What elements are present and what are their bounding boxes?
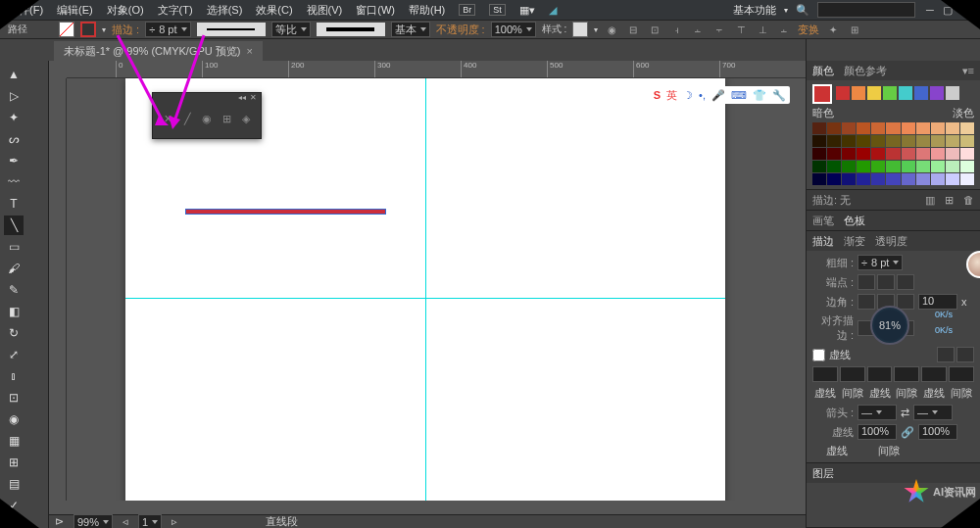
paintbrush-tool[interactable]: 🖌	[4, 259, 24, 278]
arrow-scale2[interactable]: 100%	[918, 424, 957, 440]
progress-dial[interactable]: 81%	[870, 306, 909, 345]
gap3[interactable]	[949, 366, 974, 382]
vertical-ruler[interactable]	[49, 78, 67, 501]
menu-help[interactable]: 帮助(H)	[409, 3, 445, 18]
menu-window[interactable]: 窗口(W)	[356, 3, 395, 18]
panel-tool5[interactable]: ◈	[239, 111, 253, 126]
panel-menu-icon[interactable]: ▾≡	[962, 65, 974, 77]
curvature-tool[interactable]: 〰	[4, 172, 24, 192]
brush-def[interactable]	[317, 23, 385, 36]
ime-skin-icon[interactable]: 👕	[753, 89, 766, 102]
gap2[interactable]	[894, 366, 919, 382]
drawn-line-segment[interactable]	[185, 209, 386, 215]
zoom-dropdown[interactable]: 99%	[74, 514, 113, 529]
arrow-scale1[interactable]: 100%	[858, 424, 897, 440]
miter-limit[interactable]: 10	[918, 294, 957, 310]
menu-object[interactable]: 对象(O)	[107, 3, 144, 18]
dash-align2[interactable]	[956, 347, 974, 362]
color-tab[interactable]: 颜色	[812, 64, 834, 78]
workspace-switcher[interactable]: 基本功能	[733, 3, 776, 18]
align3-icon[interactable]: ⫠	[690, 22, 706, 37]
pen-tool[interactable]: ✒	[4, 151, 24, 170]
rectangle-tool[interactable]: ▭	[4, 237, 24, 257]
align6-icon[interactable]: ⊥	[755, 22, 770, 37]
arrow-start[interactable]: —	[858, 405, 897, 420]
scale-tool[interactable]: ⤢	[4, 345, 24, 364]
nav-prev-icon[interactable]: ◃	[122, 515, 128, 528]
gradient-tool[interactable]: ▤	[4, 474, 24, 494]
rotate-tool[interactable]: ↻	[4, 323, 24, 343]
width-tool[interactable]: ⫾	[4, 366, 24, 386]
nav-first-icon[interactable]: ⊳	[55, 515, 64, 528]
ime-moon-icon[interactable]: ☽	[683, 89, 693, 102]
recolor-icon[interactable]: ◉	[604, 22, 619, 37]
magic-wand-tool[interactable]: ✦	[4, 108, 24, 127]
ime-punct-icon[interactable]: •,	[699, 89, 706, 101]
artboard-nav[interactable]: 1	[138, 514, 162, 529]
isolate-icon[interactable]: ✦	[825, 22, 841, 37]
opacity-dropdown[interactable]: 100%	[491, 22, 536, 37]
panel-icon1[interactable]: ▥	[925, 194, 935, 207]
menu-select[interactable]: 选择(S)	[207, 3, 243, 18]
selection-tool[interactable]: ▲	[4, 65, 24, 84]
dash2[interactable]	[867, 366, 893, 382]
perspective-tool[interactable]: ▦	[4, 431, 24, 451]
align4-icon[interactable]: ⫟	[711, 22, 727, 37]
align-icon[interactable]: ⊟	[625, 22, 641, 37]
ime-mic-icon[interactable]: 🎤	[711, 89, 725, 102]
guide-vertical[interactable]	[425, 78, 426, 501]
swatches-tab[interactable]: 色板	[844, 214, 865, 228]
panel-collapse-icon[interactable]: ◂◂	[238, 93, 246, 107]
arrow-end[interactable]: —	[913, 405, 953, 420]
panel-tool4[interactable]: ⊞	[220, 111, 233, 126]
weight-input[interactable]: ÷8 pt	[858, 255, 903, 270]
stroke-profile[interactable]	[197, 23, 266, 36]
opacity-label[interactable]: 不透明度 :	[436, 23, 485, 37]
align5-icon[interactable]: ⊤	[733, 22, 749, 37]
layers-tab[interactable]: 图层	[812, 466, 834, 481]
dash1[interactable]	[812, 366, 838, 382]
direct-selection-tool[interactable]: ▷	[4, 86, 24, 106]
transparency-tab[interactable]: 透明度	[875, 234, 907, 249]
fill-swatch[interactable]	[59, 22, 74, 37]
menu-edit[interactable]: 编辑(E)	[57, 3, 93, 18]
stroke-color-swatch[interactable]	[812, 84, 832, 104]
dash3[interactable]	[921, 366, 947, 382]
search-input[interactable]	[817, 2, 915, 18]
mesh-tool[interactable]: ⊞	[4, 453, 24, 472]
gpu-icon[interactable]: ◢	[549, 4, 557, 17]
ime-kbd-icon[interactable]: ⌨	[731, 89, 747, 102]
menu-type[interactable]: 文字(T)	[158, 3, 193, 18]
canvas[interactable]	[67, 78, 806, 501]
panel-close-icon[interactable]: ✕	[250, 93, 257, 107]
search-icon[interactable]: 🔍	[796, 4, 809, 17]
gradient-tab[interactable]: 渐变	[844, 234, 865, 249]
lasso-tool[interactable]: ᔕ	[4, 129, 24, 149]
stroke-swatch[interactable]	[80, 22, 96, 37]
nav-next-icon[interactable]: ▹	[172, 515, 177, 528]
shaper-tool[interactable]: ✎	[4, 280, 24, 300]
transform-label[interactable]: 变换	[798, 23, 819, 37]
br-icon[interactable]: Br	[459, 4, 475, 16]
shape-builder-tool[interactable]: ◉	[4, 409, 24, 429]
brushes-tab[interactable]: 画笔	[812, 214, 834, 228]
ime-lang[interactable]: 英	[666, 88, 677, 103]
panel-icon3[interactable]: 🗑	[963, 194, 974, 206]
minimize-button[interactable]: ─	[923, 3, 937, 17]
panel-icon2[interactable]: ⊞	[945, 194, 954, 207]
cap-buttons[interactable]	[858, 274, 914, 290]
color-guide-tab[interactable]: 颜色参考	[844, 64, 887, 78]
ime-tool-icon[interactable]: 🔧	[772, 89, 786, 102]
isolate2-icon[interactable]: ⊞	[847, 22, 862, 37]
st-icon[interactable]: St	[489, 4, 506, 16]
brush-basic[interactable]: 基本	[391, 22, 430, 37]
stroke-tab[interactable]: 描边	[812, 234, 834, 249]
ime-toolbar[interactable]: S 英 ☽ •, 🎤 ⌨ 👕 🔧	[650, 86, 790, 104]
free-transform-tool[interactable]: ⊡	[4, 388, 24, 408]
dashed-checkbox[interactable]	[812, 349, 825, 361]
dash-align1[interactable]	[937, 347, 955, 362]
color-harmony-grid[interactable]	[812, 122, 974, 185]
align7-icon[interactable]: ⫠	[776, 22, 792, 37]
tab-close-icon[interactable]: ×	[246, 45, 252, 57]
menu-effect[interactable]: 效果(C)	[256, 3, 292, 18]
